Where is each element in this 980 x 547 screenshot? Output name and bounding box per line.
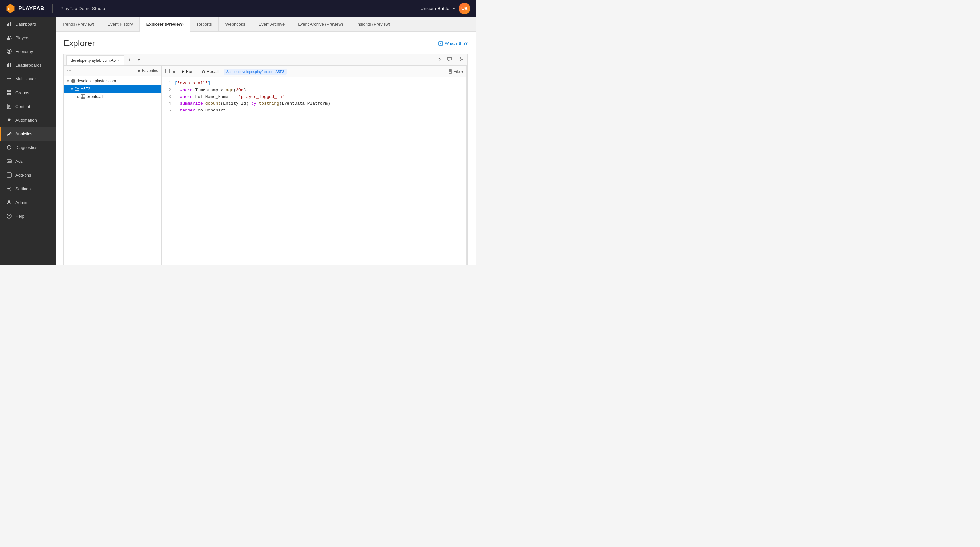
svg-rect-40 xyxy=(81,95,85,99)
user-dropdown-icon[interactable]: ▾ xyxy=(453,7,455,10)
query-tab-close-button[interactable]: × xyxy=(118,59,119,62)
chart-bar-icon xyxy=(6,21,12,27)
tab-trends[interactable]: Trends (Preview) xyxy=(56,17,101,31)
folder-icon xyxy=(75,87,80,91)
tree-more-button[interactable]: ··· xyxy=(67,68,71,73)
code-area[interactable]: 1 ['events.all'] 2 | where Timestamp > a… xyxy=(162,78,466,265)
code-line-4: 4 | summarize dcount(Entity_Id) by tostr… xyxy=(162,100,466,107)
code-line-2: 2 | where Timestamp > ago(30d) xyxy=(162,87,466,94)
tree-node-a5f3-label: A5F3 xyxy=(81,87,90,91)
main-layout: Dashboard Players $ Economy Leaderboards… xyxy=(0,17,476,265)
query-tab-main[interactable]: developer.playfab.com.A5 × xyxy=(66,55,124,65)
sidebar-item-analytics[interactable]: Analytics xyxy=(0,127,56,140)
settings-query-button[interactable] xyxy=(457,56,465,64)
page-content: Explorer What's this? developer.playfab.… xyxy=(56,32,476,265)
groups-icon xyxy=(6,89,12,96)
svg-rect-44 xyxy=(165,69,170,73)
query-tab-name: developer.playfab.com.A5 xyxy=(70,58,116,63)
tab-event-archive-preview[interactable]: Event Archive (Preview) xyxy=(291,17,350,31)
svg-rect-35 xyxy=(439,41,442,45)
help-query-button[interactable]: ? xyxy=(436,56,442,64)
content-area: Trends (Preview) Event History Explorer … xyxy=(56,17,476,265)
svg-text:PF: PF xyxy=(8,7,13,11)
sidebar-item-addons[interactable]: Add-ons xyxy=(0,168,56,182)
svg-rect-16 xyxy=(10,90,11,92)
code-line-3: 3 | where FullName_Name == 'player_logge… xyxy=(162,94,466,101)
sidebar-item-diagnostics[interactable]: Diagnostics xyxy=(0,140,56,154)
file-button[interactable]: File ▾ xyxy=(448,69,463,74)
tab-event-history[interactable]: Event History xyxy=(101,17,140,31)
whats-this-label: What's this? xyxy=(445,41,468,46)
editor-area: ··· ★ Favorites ▼ xyxy=(64,66,468,265)
multiplayer-icon xyxy=(6,76,12,82)
svg-text:AD: AD xyxy=(7,160,11,163)
sidebar-item-content[interactable]: Content xyxy=(0,99,56,113)
user-avatar: UB xyxy=(459,3,470,14)
sidebar-item-ads[interactable]: AD Ads xyxy=(0,154,56,168)
sidebar-item-settings[interactable]: Settings xyxy=(0,182,56,196)
comment-query-button[interactable] xyxy=(445,56,454,64)
svg-point-5 xyxy=(8,36,10,38)
analytics-icon xyxy=(6,131,12,137)
file-dropdown-icon: ▾ xyxy=(461,69,463,74)
sidebar-label-dashboard: Dashboard xyxy=(15,22,36,27)
add-query-tab-button[interactable]: + xyxy=(126,56,134,64)
whats-this-button[interactable]: What's this? xyxy=(438,41,468,46)
sidebar-item-multiplayer[interactable]: Multiplayer xyxy=(0,72,56,86)
sidebar-label-players: Players xyxy=(15,35,29,40)
header-divider xyxy=(52,4,52,13)
sidebar-label-ads: Ads xyxy=(15,159,22,164)
tree-node-root[interactable]: ▼ developer.playfab.com xyxy=(64,77,161,85)
tab-insights-preview[interactable]: Insights (Preview) xyxy=(350,17,397,31)
help-icon: ? xyxy=(6,213,12,219)
editor-divider[interactable] xyxy=(466,66,468,265)
tab-event-archive[interactable]: Event Archive xyxy=(252,17,292,31)
tree-node-a5f3[interactable]: ▼ A5F3 xyxy=(64,85,161,93)
addons-icon xyxy=(6,172,12,178)
svg-text:$: $ xyxy=(8,50,10,53)
users-icon xyxy=(6,35,12,41)
header-right: Unicorn Battle ▾ UB xyxy=(420,3,470,14)
svg-marker-46 xyxy=(181,70,184,73)
svg-rect-15 xyxy=(7,90,9,92)
svg-rect-4 xyxy=(10,22,11,26)
header-left: PF PLAYFAB PlayFab Demo Studio xyxy=(5,3,105,14)
sidebar-item-groups[interactable]: Groups xyxy=(0,86,56,99)
collapse-icon[interactable] xyxy=(165,69,170,75)
query-tabs-bar: developer.playfab.com.A5 × + ▾ ? xyxy=(64,54,468,66)
tree-favorites-button[interactable]: ★ Favorites xyxy=(137,69,158,73)
prev-icon[interactable]: « xyxy=(173,69,175,74)
tab-explorer[interactable]: Explorer (Preview) xyxy=(140,17,191,32)
page-title: Explorer xyxy=(64,38,95,48)
tab-webhooks[interactable]: Webhooks xyxy=(218,17,252,31)
tree-node-events[interactable]: ▶ events.all xyxy=(64,93,161,101)
ads-icon: AD xyxy=(6,158,12,164)
database-icon xyxy=(71,79,75,83)
studio-name: PlayFab Demo Studio xyxy=(60,6,105,11)
query-tab-dropdown-button[interactable]: ▾ xyxy=(135,55,143,64)
sidebar-item-help[interactable]: ? Help xyxy=(0,209,56,223)
star-icon: ★ xyxy=(137,69,141,73)
svg-point-25 xyxy=(9,148,10,149)
query-tab-right-tools: ? xyxy=(436,56,465,64)
recall-button[interactable]: Recall xyxy=(199,68,221,75)
svg-point-38 xyxy=(460,59,461,60)
sidebar-item-players[interactable]: Players xyxy=(0,31,56,45)
code-line-5: 5 | render columnchart xyxy=(162,107,466,114)
expand-icon-root: ▼ xyxy=(66,80,70,83)
top-header: PF PLAYFAB PlayFab Demo Studio Unicorn B… xyxy=(0,0,476,17)
tab-reports[interactable]: Reports xyxy=(191,17,219,31)
run-button[interactable]: Run xyxy=(178,68,196,75)
editor-right-tools: File ▾ xyxy=(448,69,463,74)
sidebar-label-settings: Settings xyxy=(15,187,31,191)
svg-rect-3 xyxy=(8,22,10,26)
tree-content: ▼ developer.playfab.com ▼ xyxy=(64,76,161,265)
sidebar-item-leaderboards[interactable]: Leaderboards xyxy=(0,58,56,72)
sidebar-item-automation[interactable]: Automation xyxy=(0,113,56,127)
sidebar-item-dashboard[interactable]: Dashboard xyxy=(0,17,56,31)
page-header: Explorer What's this? xyxy=(64,38,468,48)
sidebar-item-economy[interactable]: $ Economy xyxy=(0,45,56,58)
tab-bar: Trends (Preview) Event History Explorer … xyxy=(56,17,476,32)
sidebar-item-admin[interactable]: Admin xyxy=(0,196,56,209)
svg-point-39 xyxy=(72,80,75,81)
